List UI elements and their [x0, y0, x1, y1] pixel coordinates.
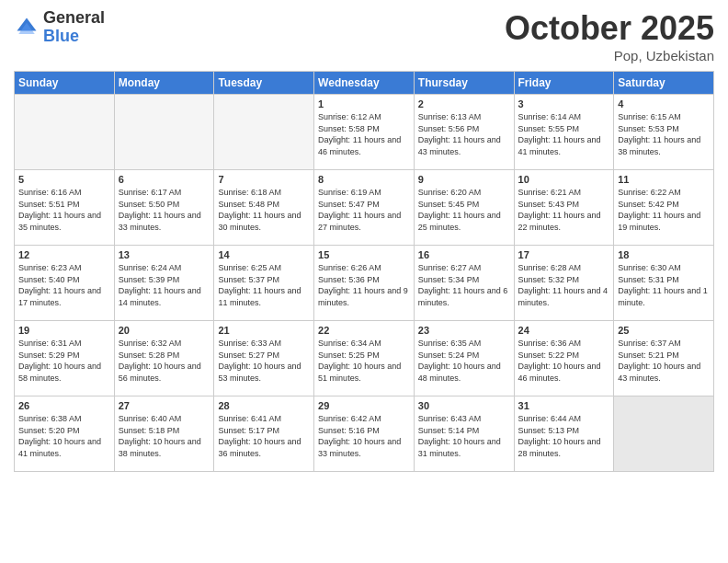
day-info: Sunrise: 6:16 AM Sunset: 5:51 PM Dayligh…	[18, 187, 110, 233]
calendar-cell	[114, 95, 214, 170]
day-info: Sunrise: 6:23 AM Sunset: 5:40 PM Dayligh…	[18, 262, 110, 308]
day-number: 1	[318, 98, 410, 109]
day-info: Sunrise: 6:20 AM Sunset: 5:45 PM Dayligh…	[418, 187, 510, 233]
month-title: October 2025	[505, 9, 714, 48]
weekday-header-friday: Friday	[514, 72, 614, 95]
day-info: Sunrise: 6:43 AM Sunset: 5:14 PM Dayligh…	[418, 413, 510, 459]
weekday-header-thursday: Thursday	[414, 72, 514, 95]
day-info: Sunrise: 6:40 AM Sunset: 5:18 PM Dayligh…	[119, 413, 210, 459]
week-row-0: 1Sunrise: 6:12 AM Sunset: 5:58 PM Daylig…	[15, 95, 714, 170]
day-number: 17	[518, 249, 610, 260]
day-number: 27	[119, 400, 210, 411]
weekday-header-tuesday: Tuesday	[214, 72, 314, 95]
day-info: Sunrise: 6:24 AM Sunset: 5:39 PM Dayligh…	[119, 262, 210, 308]
day-info: Sunrise: 6:27 AM Sunset: 5:34 PM Dayligh…	[418, 262, 510, 308]
day-number: 2	[418, 98, 510, 109]
calendar-table: SundayMondayTuesdayWednesdayThursdayFrid…	[14, 71, 714, 472]
day-number: 22	[318, 325, 410, 336]
logo: General Blue	[14, 9, 105, 46]
calendar-cell: 30Sunrise: 6:43 AM Sunset: 5:14 PM Dayli…	[414, 396, 514, 472]
calendar-cell: 6Sunrise: 6:17 AM Sunset: 5:50 PM Daylig…	[114, 170, 214, 246]
day-info: Sunrise: 6:15 AM Sunset: 5:53 PM Dayligh…	[618, 111, 710, 157]
day-number: 16	[418, 249, 510, 260]
day-info: Sunrise: 6:21 AM Sunset: 5:43 PM Dayligh…	[518, 187, 610, 233]
calendar-cell: 20Sunrise: 6:32 AM Sunset: 5:28 PM Dayli…	[114, 321, 214, 396]
calendar-cell: 18Sunrise: 6:30 AM Sunset: 5:31 PM Dayli…	[614, 246, 714, 321]
logo-blue-text: Blue	[43, 28, 105, 46]
week-row-1: 5Sunrise: 6:16 AM Sunset: 5:51 PM Daylig…	[15, 170, 714, 246]
day-number: 30	[418, 400, 510, 411]
day-number: 14	[218, 249, 310, 260]
logo-icon	[14, 15, 40, 40]
calendar-cell: 26Sunrise: 6:38 AM Sunset: 5:20 PM Dayli…	[15, 396, 115, 472]
day-number: 12	[18, 249, 110, 260]
day-info: Sunrise: 6:33 AM Sunset: 5:27 PM Dayligh…	[218, 338, 310, 384]
day-info: Sunrise: 6:42 AM Sunset: 5:16 PM Dayligh…	[318, 413, 410, 459]
day-number: 10	[518, 174, 610, 185]
weekday-header-monday: Monday	[114, 72, 214, 95]
calendar-cell: 13Sunrise: 6:24 AM Sunset: 5:39 PM Dayli…	[114, 246, 214, 321]
day-info: Sunrise: 6:31 AM Sunset: 5:29 PM Dayligh…	[18, 338, 110, 384]
calendar-cell: 1Sunrise: 6:12 AM Sunset: 5:58 PM Daylig…	[314, 95, 415, 170]
weekday-header-sunday: Sunday	[15, 72, 115, 95]
day-number: 5	[18, 174, 110, 185]
calendar-cell: 22Sunrise: 6:34 AM Sunset: 5:25 PM Dayli…	[314, 321, 415, 396]
day-number: 21	[218, 325, 310, 336]
day-number: 15	[318, 249, 410, 260]
day-info: Sunrise: 6:41 AM Sunset: 5:17 PM Dayligh…	[218, 413, 310, 459]
day-info: Sunrise: 6:28 AM Sunset: 5:32 PM Dayligh…	[518, 262, 610, 308]
calendar-cell: 29Sunrise: 6:42 AM Sunset: 5:16 PM Dayli…	[314, 396, 415, 472]
day-number: 18	[618, 249, 710, 260]
week-row-3: 19Sunrise: 6:31 AM Sunset: 5:29 PM Dayli…	[15, 321, 714, 396]
day-number: 28	[218, 400, 310, 411]
day-info: Sunrise: 6:12 AM Sunset: 5:58 PM Dayligh…	[318, 111, 410, 157]
day-info: Sunrise: 6:30 AM Sunset: 5:31 PM Dayligh…	[618, 262, 710, 308]
calendar-cell: 27Sunrise: 6:40 AM Sunset: 5:18 PM Dayli…	[114, 396, 214, 472]
day-number: 4	[618, 98, 710, 109]
day-info: Sunrise: 6:37 AM Sunset: 5:21 PM Dayligh…	[618, 338, 710, 384]
day-info: Sunrise: 6:38 AM Sunset: 5:20 PM Dayligh…	[18, 413, 110, 459]
calendar-cell: 23Sunrise: 6:35 AM Sunset: 5:24 PM Dayli…	[414, 321, 514, 396]
calendar-cell: 28Sunrise: 6:41 AM Sunset: 5:17 PM Dayli…	[214, 396, 314, 472]
calendar-cell: 17Sunrise: 6:28 AM Sunset: 5:32 PM Dayli…	[514, 246, 614, 321]
day-info: Sunrise: 6:26 AM Sunset: 5:36 PM Dayligh…	[318, 262, 410, 308]
calendar-cell: 4Sunrise: 6:15 AM Sunset: 5:53 PM Daylig…	[614, 95, 714, 170]
day-number: 20	[119, 325, 210, 336]
week-row-4: 26Sunrise: 6:38 AM Sunset: 5:20 PM Dayli…	[15, 396, 714, 472]
day-info: Sunrise: 6:19 AM Sunset: 5:47 PM Dayligh…	[318, 187, 410, 233]
day-info: Sunrise: 6:13 AM Sunset: 5:56 PM Dayligh…	[418, 111, 510, 157]
day-info: Sunrise: 6:22 AM Sunset: 5:42 PM Dayligh…	[618, 187, 710, 233]
day-info: Sunrise: 6:44 AM Sunset: 5:13 PM Dayligh…	[518, 413, 610, 459]
page-container: General Blue October 2025 Pop, Uzbekista…	[0, 0, 728, 481]
calendar-cell: 9Sunrise: 6:20 AM Sunset: 5:45 PM Daylig…	[414, 170, 514, 246]
weekday-header-saturday: Saturday	[614, 72, 714, 95]
calendar-cell: 25Sunrise: 6:37 AM Sunset: 5:21 PM Dayli…	[614, 321, 714, 396]
day-number: 26	[18, 400, 110, 411]
day-number: 3	[518, 98, 610, 109]
day-info: Sunrise: 6:36 AM Sunset: 5:22 PM Dayligh…	[518, 338, 610, 384]
calendar-cell: 19Sunrise: 6:31 AM Sunset: 5:29 PM Dayli…	[15, 321, 115, 396]
day-number: 25	[618, 325, 710, 336]
day-number: 24	[518, 325, 610, 336]
day-number: 11	[618, 174, 710, 185]
calendar-cell: 21Sunrise: 6:33 AM Sunset: 5:27 PM Dayli…	[214, 321, 314, 396]
day-info: Sunrise: 6:25 AM Sunset: 5:37 PM Dayligh…	[218, 262, 310, 308]
calendar-cell: 8Sunrise: 6:19 AM Sunset: 5:47 PM Daylig…	[314, 170, 415, 246]
day-info: Sunrise: 6:35 AM Sunset: 5:24 PM Dayligh…	[418, 338, 510, 384]
header: General Blue October 2025 Pop, Uzbekista…	[14, 9, 714, 63]
calendar-cell	[15, 95, 115, 170]
title-block: October 2025 Pop, Uzbekistan	[505, 9, 714, 63]
day-number: 8	[318, 174, 410, 185]
day-number: 9	[418, 174, 510, 185]
day-number: 23	[418, 325, 510, 336]
weekday-header-wednesday: Wednesday	[314, 72, 415, 95]
day-number: 19	[18, 325, 110, 336]
calendar-cell	[614, 396, 714, 472]
calendar-cell: 3Sunrise: 6:14 AM Sunset: 5:55 PM Daylig…	[514, 95, 614, 170]
calendar-cell: 10Sunrise: 6:21 AM Sunset: 5:43 PM Dayli…	[514, 170, 614, 246]
week-row-2: 12Sunrise: 6:23 AM Sunset: 5:40 PM Dayli…	[15, 246, 714, 321]
weekday-header-row: SundayMondayTuesdayWednesdayThursdayFrid…	[15, 72, 714, 95]
calendar-cell: 2Sunrise: 6:13 AM Sunset: 5:56 PM Daylig…	[414, 95, 514, 170]
day-info: Sunrise: 6:34 AM Sunset: 5:25 PM Dayligh…	[318, 338, 410, 384]
logo-text: General Blue	[43, 9, 105, 46]
